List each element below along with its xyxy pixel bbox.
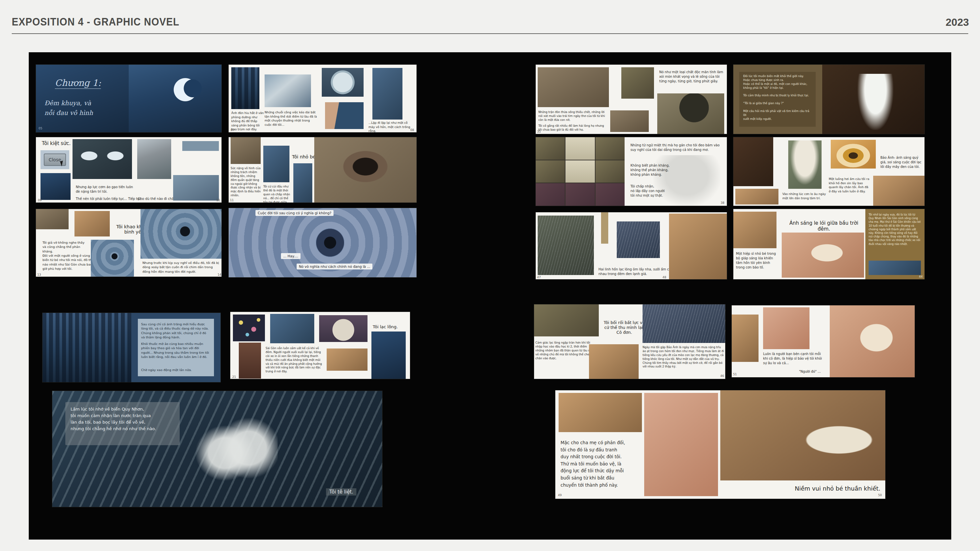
panel-close-button: Close [40,150,69,169]
spread-two-souls: Hai linh hồn lạc lõng ôm lấy nha, sưởi ấ… [536,212,727,279]
spread-chapter-title: Chương 1: Đêm khuya, và nỗi đau vô hình … [36,65,221,132]
speech-bubble: Cuộc đời tôi sau cùng có ý nghĩa gì khôn… [255,210,334,216]
page-number: 13 [37,273,41,276]
caption: Tôi giả vờ không nghe thấy và cũng chẳng… [43,240,88,254]
caption: Cảm giác lạc lõng ngập tràn hơn khi tôi … [535,341,593,360]
panel-shout-tile [595,183,625,206]
caption: Ngày mà tôi gặp Bảo Ánh là ngày mà cơn m… [643,346,724,369]
panel-street-food [319,315,368,342]
spread-disappear: Đôi lúc tôi muốn biến mất khỏi thế giới … [733,65,924,134]
sidebar-memory: Tôi nhớ lại ngày xưa, đó là lúc tôi từ Q… [865,209,924,279]
panel-smiling-boy [763,307,810,349]
caption: Luôn là người bạn bên cạnh tôi mỗi khi c… [763,352,826,365]
panel-family-scene [558,393,642,432]
panel-mouth-grid [536,137,625,206]
spread-bao-anh: Vào những lúc cơn lo âu ngày một lớn dần… [733,137,924,206]
page-number: 47 [537,276,541,279]
panel-tired-eyes [73,139,132,179]
caption-title: Tôi kiệt sức. [42,140,70,146]
panel-mouth-tile [595,160,625,183]
caption: Những từ ngữ miệt thị mà họ gán cho tôi … [630,143,722,152]
panel-head-in-hands [75,211,110,237]
panel-umbrella-boy [617,221,660,258]
page-number: 38 [721,201,724,205]
spread-childhood-wounds: Những trận đòn thừa sống thiếu chết, nhữ… [536,65,727,134]
caption: Ánh đèn hiu hắt ở văn phòng dường như kh… [231,111,264,132]
text-box: Sau cùng chỉ có ánh trăng mới hiểu được … [138,319,214,376]
speech-bubble: ... Hay.... [281,253,301,259]
caption-title: Tôi tê liệt. [326,488,356,495]
spread-pure-joy: Mặc cho cha mẹ có phản đối, tôi cho đó l… [555,390,885,499]
panel-scarred-feet [610,110,649,132]
caption-title: Tôi nhỏ bé. [292,154,317,159]
panel-bowing-man [293,163,312,203]
page-number: 21 [232,375,236,378]
panel-crying-schoolboy [644,393,718,496]
caption: Tôi chấp nhận, nó lấp đầy con người tôi … [630,184,696,198]
panel-boy-covering-face-tile [565,183,595,206]
panel-boy-with-kitten [669,214,727,279]
panel-doorway-scene [40,173,70,200]
panel-tan-bar [601,212,608,244]
page-number: 50 [878,494,882,497]
panel-man-at-desk [173,175,219,200]
page-number: 05 [38,127,42,130]
panel-crying-man [231,137,261,164]
caption: Đối với một người sống ở vùng biển từ bé… [43,254,94,271]
spread-slurs: Những từ ngữ miệt thị mà họ gán cho tôi … [536,137,727,206]
caption: Thế nên tôi phải luôn tiếp tục... Tiếp t… [76,197,145,201]
panel-mouth-tile [536,137,565,160]
page-number: 51 [733,373,737,376]
page-title: EXPOSITION 4 - GRAPHIC NOVEL [12,16,179,28]
panel-cat-in-arms [830,305,915,377]
panel-street-traffic [270,314,314,343]
panel-bare-feet [193,404,278,502]
panel-keyboard-hands [325,102,364,129]
spread-rooftop-night: Sau cùng chỉ có ánh trăng mới hiểu được … [43,313,221,382]
panel-classroom [534,305,599,337]
chapter-heading: Chương 1: [55,78,101,89]
spread-glimmer: Một hiệp sĩ nhỏ bé trong bộ giáp sáng ló… [733,209,924,279]
panel-spiral-back [91,240,134,277]
caption: Lắm lúc tôi nhớ về biển Quy Nhơn, tôi mu… [70,406,175,432]
panel-steel-bar [182,141,219,151]
page-number: 11 [230,198,234,202]
text-box: Lắm lúc tôi nhớ về biển Quy Nhơn, tôi mu… [65,402,180,445]
spread-whirlpool: Cuộc đời tôi sau cùng có ý nghĩa gì khôn… [229,208,417,277]
panel-smoky-rooftops [137,139,171,179]
page-number: 35 [537,130,541,133]
page-number: 48 [662,276,666,279]
caption-title: Niềm vui nhỏ bé thuần khiết. [740,485,880,492]
caption-title: Tôi bối rối bất lực và cứ thế thu mình l… [601,320,647,335]
caption: Tôi nhớ lại ngày xưa, đó là lúc tôi từ Q… [869,213,921,246]
caption: Khói thuốc mờ ảo cùng bao nhiêu muộn phi… [141,341,210,359]
panel-spiral-figure [140,209,221,259]
panel-people-eating [327,348,368,371]
panel-church [239,343,261,378]
panel-desk-papers [265,75,311,107]
page-number: 10 [216,198,220,202]
panel-weary-face [36,209,68,229]
page-number: 46 [720,374,724,378]
chapter-title-page: Chương 1: Đêm khuya, và nỗi đau vô hình … [36,65,129,132]
panel-ghost-figure [858,74,893,130]
spread-companion: Luôn là người bạn bên cạnh tôi mỗi khi c… [732,305,915,377]
panel-kitten-on-tiles [732,314,759,362]
text-box: Đôi lúc tôi muốn biến mất khỏi thế giới … [739,72,816,127]
caption: Vào những lúc cơn lo âu ngày một lớn dần… [783,192,831,200]
spread-i-am-small: Sức nặng vô hình của những trách nhiệm k… [229,137,417,203]
spread-lost-in-saigon: Tôi lạc lõng. Sài Gòn vẫn luôn sầm uất k… [230,312,410,379]
title-strip: Niềm vui nhỏ bé thuần khiết. 50 [720,480,885,499]
panel-boy-tile [565,137,595,160]
caption: Mặc cho cha mẹ có phản đối, tôi cho đó l… [560,439,642,489]
page-number: 09 [38,198,41,202]
caption: Sài Gòn vẫn luôn sầm uất kể cả khi về đê… [266,346,323,374]
panel-boy-drawing-with-cat [720,390,885,480]
spread-ocean-memory: Lắm lúc tôi nhớ về biển Quy Nhơn, tôi mu… [52,391,382,507]
panel-masked-man [371,332,406,379]
caption: Một luồng hơi ấm cứu tôi ra khỏi hố đen … [829,177,870,193]
portfolio-page: EXPOSITION 4 - GRAPHIC NOVEL 2023 Chương… [0,0,980,551]
panel-rainy-alley-cat [643,305,725,343]
panel-boy-tile [565,160,595,183]
caption: Sức nặng vô hình của những trách nhiệm k… [231,167,262,198]
